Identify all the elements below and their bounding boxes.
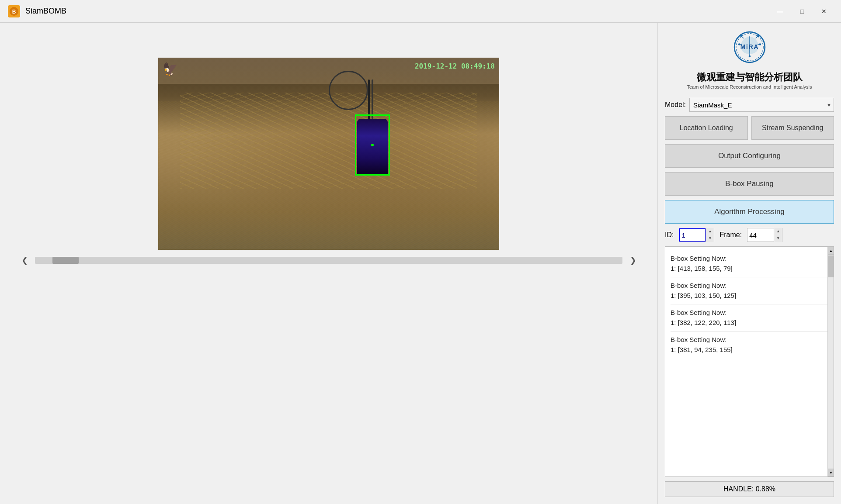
window-controls: — □ ✕ xyxy=(770,4,834,18)
model-row: Model: SiamMask_E SiamMask SiamRPN++ xyxy=(665,98,834,112)
content-area: 🦅 2019-12-12 08:49:18 ❮ ❯ xyxy=(0,23,841,504)
frame-spinbox-up[interactable]: ▲ xyxy=(774,228,782,235)
model-select[interactable]: SiamMask_E SiamMask SiamRPN++ xyxy=(689,98,834,112)
id-frame-row: ID: ▲ ▼ Frame: ▲ ▼ xyxy=(665,228,834,242)
log-scroll-up-arrow[interactable]: ▲ xyxy=(828,247,834,255)
video-background: 🦅 2019-12-12 08:49:18 xyxy=(158,58,499,250)
log-scroll-down-arrow[interactable]: ▼ xyxy=(828,469,834,476)
logo-area: MiRA 微观重建与智能分析团队 Team of Microscale Reco… xyxy=(665,30,834,90)
logo-text-en: Team of Microscale Reconstruction and In… xyxy=(687,84,812,90)
frame-spinbox[interactable]: ▲ ▼ xyxy=(747,228,782,242)
log-scroll-thumb[interactable] xyxy=(828,255,834,277)
log-content: B-box Setting Now: 1: [413, 158, 155, 79… xyxy=(665,247,834,362)
logo-text-cn: 微观重建与智能分析团队 xyxy=(697,71,803,84)
mira-logo: MiRA xyxy=(726,30,774,71)
svg-point-12 xyxy=(740,35,742,37)
log-entry-3: B-box Setting Now: 1: [382, 122, 220, 11… xyxy=(671,304,828,331)
video-container[interactable]: 🦅 2019-12-12 08:49:18 xyxy=(158,58,499,250)
id-spinbox-up[interactable]: ▲ xyxy=(706,228,714,235)
bounding-box xyxy=(355,114,390,176)
algorithm-processing-button[interactable]: Algorithm Processing xyxy=(665,200,834,224)
handle-bar: HANDLE: 0.88% xyxy=(665,481,834,497)
svg-text:B: B xyxy=(12,9,16,15)
stream-suspending-button[interactable]: Stream Suspending xyxy=(751,116,834,140)
btn-row-top: Location Loading Stream Suspending xyxy=(665,116,834,140)
scroll-track[interactable] xyxy=(35,257,622,264)
log-entry-3-value: 1: [382, 122, 220, 113] xyxy=(671,318,828,328)
close-button[interactable]: ✕ xyxy=(814,4,834,18)
svg-point-10 xyxy=(748,55,751,58)
svg-point-6 xyxy=(738,43,740,45)
main-window: B SiamBOMB — □ ✕ xyxy=(0,0,841,504)
circle-overlay xyxy=(329,71,368,110)
video-corner-icon: 🦅 xyxy=(163,62,178,76)
log-scrollbar[interactable]: ▲ ▼ xyxy=(827,247,834,476)
log-entry-2: B-box Setting Now: 1: [395, 103, 150, 12… xyxy=(671,277,828,304)
log-entry-4-value: 1: [381, 94, 235, 155] xyxy=(671,345,828,355)
app-title: SiamBOMB xyxy=(25,7,770,16)
app-icon: B xyxy=(7,4,21,18)
log-entry-1-title: B-box Setting Now: xyxy=(671,254,828,264)
log-entry-2-title: B-box Setting Now: xyxy=(671,281,828,291)
bbox-center-dot xyxy=(371,144,374,146)
frame-label: Frame: xyxy=(719,231,742,239)
location-loading-button[interactable]: Location Loading xyxy=(665,116,748,140)
log-entry-4-title: B-box Setting Now: xyxy=(671,335,828,345)
svg-point-8 xyxy=(759,43,761,45)
right-panel: MiRA 微观重建与智能分析团队 Team of Microscale Reco… xyxy=(657,23,841,504)
handle-label: HANDLE: 0.88% xyxy=(723,485,775,493)
video-timestamp: 2019-12-12 08:49:18 xyxy=(415,62,495,70)
minimize-button[interactable]: — xyxy=(770,4,790,18)
main-area: 🦅 2019-12-12 08:49:18 ❮ ❯ xyxy=(0,23,657,504)
id-spinbox-arrows: ▲ ▼ xyxy=(705,228,714,242)
log-entry-1-value: 1: [413, 158, 155, 79] xyxy=(671,264,828,274)
log-area[interactable]: B-box Setting Now: 1: [413, 158, 155, 79… xyxy=(665,246,834,477)
frame-spinbox-arrows: ▲ ▼ xyxy=(774,228,782,242)
scroll-thumb[interactable] xyxy=(52,257,79,264)
svg-point-14 xyxy=(757,35,759,37)
model-select-wrapper[interactable]: SiamMask_E SiamMask SiamRPN++ xyxy=(689,98,834,112)
id-spinbox[interactable]: ▲ ▼ xyxy=(679,228,714,242)
frame-spinbox-down[interactable]: ▼ xyxy=(774,235,782,242)
log-entry-1: B-box Setting Now: 1: [413, 158, 155, 79… xyxy=(671,250,828,277)
log-entry-3-title: B-box Setting Now: xyxy=(671,308,828,318)
log-entry-2-value: 1: [395, 103, 150, 125] xyxy=(671,291,828,301)
id-spinbox-down[interactable]: ▼ xyxy=(706,235,714,242)
maximize-button[interactable]: □ xyxy=(792,4,812,18)
frame-input[interactable] xyxy=(747,228,774,242)
svg-text:MiRA: MiRA xyxy=(740,44,758,50)
horizontal-scrollbar: ❮ ❯ xyxy=(9,250,649,271)
model-label: Model: xyxy=(665,101,686,109)
id-input[interactable] xyxy=(679,228,705,242)
output-configuring-button[interactable]: Output Configuring xyxy=(665,144,834,168)
bbox-pausing-button[interactable]: B-box Pausing xyxy=(665,172,834,196)
cable-2 xyxy=(372,79,373,119)
titlebar: B SiamBOMB — □ ✕ xyxy=(0,0,841,23)
id-label: ID: xyxy=(665,231,674,239)
scroll-right-arrow[interactable]: ❯ xyxy=(626,253,640,267)
log-entry-4: B-box Setting Now: 1: [381, 94, 235, 155… xyxy=(671,331,828,358)
scroll-left-arrow[interactable]: ❮ xyxy=(17,253,31,267)
